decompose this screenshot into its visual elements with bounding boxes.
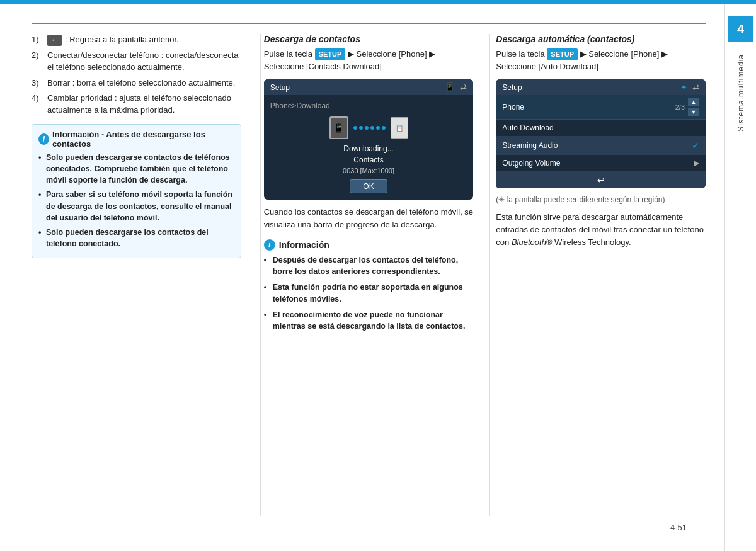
menu-label-streaming-audio: Streaming Audio: [502, 141, 558, 150]
info-bullet-1: Solo pueden descargarse contactos de tel…: [38, 152, 234, 186]
screen-menu: Auto Download Streaming Audio ✓ Outgoing…: [496, 120, 706, 188]
list-number-4: 4): [32, 93, 44, 116]
menu-item-auto-download: Auto Download: [496, 120, 706, 137]
info-bullet-m2: Esta función podría no estar soportada e…: [264, 281, 474, 305]
right-body-text: Esta función sirve para descargar automá…: [496, 211, 706, 249]
info-icon-middle: i: [264, 239, 275, 251]
screen-mockup-right: Setup ✦ ⇄ Phone 2/3 ▲ ▼: [496, 79, 706, 188]
column-middle: Descarga de contactos Pulse la tecla SET…: [260, 34, 477, 516]
info-box-middle: i Información Después de descargar los c…: [264, 239, 474, 333]
download-animation: 📱 📋: [329, 116, 408, 139]
setup-key-middle: SETUP: [315, 48, 346, 60]
list-item-1: 1) ← : Regresa a la pantalla anterior.: [32, 34, 241, 46]
info-bullet-m1: Después de descargar los contactos del t…: [264, 254, 474, 278]
list-number-3: 3): [32, 77, 44, 89]
contact-card-icon: 📋: [391, 117, 408, 139]
screen-back-icon[interactable]: ↩: [597, 175, 605, 185]
info-icon-left: i: [38, 133, 49, 145]
menu-control-check: ✓: [692, 140, 699, 151]
sidebar-label: Sistema multimedia: [736, 54, 745, 132]
menu-label-outgoing-volume: Outgoing Volume: [502, 159, 560, 168]
page-footer: 4-51: [32, 516, 706, 538]
list-text-2: Conectar/desconectar teléfono : conecta/…: [47, 50, 241, 74]
scroll-down-btn[interactable]: ▼: [688, 108, 699, 116]
back-button-icon: ←: [47, 34, 62, 46]
page-number: 4-51: [670, 523, 687, 532]
list-item-2: 2) Conectar/desconectar teléfono : conec…: [32, 50, 241, 74]
info-box-middle-title: Información: [279, 240, 329, 250]
transfer-icon-right: ⇄: [692, 82, 699, 92]
arrow-right: ▶: [580, 49, 587, 59]
info-bullet-3: Solo pueden descargarse los contactos de…: [38, 227, 234, 249]
right-intro: Pulse la tecla SETUP ▶ Seleccione [Phone…: [496, 48, 706, 73]
right-section-title: Descarga automática (contactos): [496, 34, 706, 44]
screen-title-middle: Setup: [270, 83, 290, 92]
bluetooth-icon-right: ✦: [680, 82, 687, 92]
menu-item-streaming-audio[interactable]: Streaming Audio ✓: [496, 137, 706, 155]
info-bullets-middle: Después de descargar los contactos del t…: [264, 254, 474, 333]
middle-section-title: Descarga de contactos: [264, 34, 474, 44]
column-left: 1) ← : Regresa a la pantalla anterior. 2…: [32, 34, 248, 516]
list-text-3: Borrar : borra el teléfono seleccionado …: [47, 77, 235, 89]
phone-icon: 📱: [445, 82, 455, 92]
info-box-left-title: Información - Antes de descargarse los c…: [52, 130, 234, 149]
section-divider: [32, 23, 706, 24]
scroll-controls: ▲ ▼: [688, 98, 699, 116]
middle-body-text: Cuando los contactos se descargan del te…: [264, 206, 474, 231]
middle-intro: Pulse la tecla SETUP ▶ Seleccione [Phone…: [264, 48, 474, 73]
ok-button[interactable]: OK: [350, 179, 387, 193]
menu-label-auto-download: Auto Download: [502, 123, 553, 132]
right-note-text: (✳ la pantalla puede ser diferente según…: [496, 195, 706, 205]
info-bullet-m3: El reconocimiento de voz puede no funcio…: [264, 309, 474, 333]
downloading-text: Downloading...: [343, 144, 393, 153]
progress-text: 0030 [Max:1000]: [343, 167, 394, 174]
phone-label-right: Phone: [502, 103, 524, 111]
screen-body-middle: Phone>Download 📱: [264, 95, 474, 200]
menu-control-arrow: ▶: [694, 159, 699, 168]
list-number-1: 1): [32, 34, 44, 46]
info-box-left: i Información - Antes de descargarse los…: [32, 124, 241, 258]
screen-path-label: Phone>Download: [270, 101, 330, 110]
contacts-text: Contacts: [353, 156, 383, 164]
column-right: Descarga automática (contactos) Pulse la…: [489, 34, 706, 516]
list-item-3: 3) Borrar : borra el teléfono selecciona…: [32, 77, 241, 89]
setup-key-right: SETUP: [547, 48, 578, 60]
list-text-4: Cambiar prioridad : ajusta el teléfono s…: [47, 93, 241, 116]
info-bullet-2: Para saber si su teléfono móvil soporta …: [38, 189, 234, 223]
checkmark-icon: ✓: [692, 140, 699, 151]
arrow-middle: ▶: [348, 49, 354, 59]
bluetooth-italic-text: Bluetooth®: [512, 237, 553, 247]
page-indicator-right: 2/3: [675, 103, 685, 111]
bluetooth-icon: ⇄: [460, 82, 467, 92]
screen-back-row: ↩: [496, 172, 706, 188]
menu-item-outgoing-volume[interactable]: Outgoing Volume ▶: [496, 155, 706, 172]
screen-header-right: Setup ✦ ⇄: [496, 79, 706, 95]
info-bullets-left: Solo pueden descargarse contactos de tel…: [38, 152, 234, 249]
phone-icon-sm: 📱: [329, 116, 348, 139]
scroll-up-btn[interactable]: ▲: [688, 98, 699, 106]
list-number-2: 2): [32, 50, 44, 74]
transfer-dots: [353, 126, 386, 130]
screen-mockup-middle: Setup 📱 ⇄ Phone>Download 📱: [264, 79, 474, 200]
screen-title-right: Setup: [502, 83, 522, 92]
screen-header-middle: Setup 📱 ⇄: [264, 79, 474, 95]
chapter-badge: 4: [728, 16, 753, 42]
list-item-4: 4) Cambiar prioridad : ajusta el teléfon…: [32, 93, 241, 116]
arrow-right-icon: ▶: [694, 159, 699, 168]
list-text-1: : Regresa a la pantalla anterior.: [65, 34, 179, 46]
sidebar-right: 4 Sistema multimedia: [724, 4, 756, 551]
